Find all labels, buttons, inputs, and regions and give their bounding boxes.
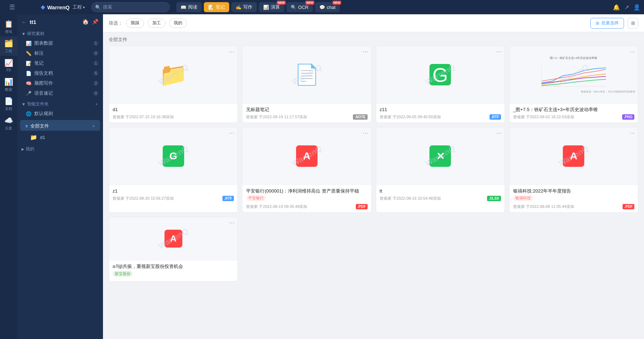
sidebar-item-data[interactable]: 📊 数据 [0, 75, 17, 94]
badge-iron-chart: .PNG [622, 114, 634, 120]
rtf-icon-z11: G [429, 64, 451, 85]
nav-chat[interactable]: 💬 chat NEW [315, 2, 340, 12]
card-info-pingan: 平安银行(000001)：净利润维持高位 资产质量保持平稳 平安银行 曾俊家 于… [242, 185, 371, 212]
card-footer-d1: 曾俊家 于2022-07-15 19:16:38添加 [113, 114, 234, 120]
nav-writing[interactable]: ✍️ 写作 [231, 2, 257, 12]
file-card-pingan[interactable]: WarrenQ A ⋯ 平安银行(000001)：净利润维持高位 资产质量保持平… [242, 127, 371, 213]
sidebar-item-f9[interactable]: 📈 F9 [0, 56, 17, 75]
project-selector[interactable]: 工程 ▾ [73, 4, 85, 10]
grid-view-button[interactable]: ⊞ [628, 18, 638, 29]
card-info-untitled: 无标题笔记 曾俊家 于2022-09-19 11:17:57添加 .NOTE [242, 103, 371, 123]
smart-folder-label: 智能文件夹 [27, 101, 49, 107]
card-info-z11: z11 曾俊家 于2022-09-05 09:40:50添加 .RTF [376, 103, 505, 123]
sidebar-item-doc[interactable]: 📄 文档 [0, 94, 17, 114]
app-name: WarrenQ [47, 4, 70, 10]
tree-item-voice-notes[interactable]: 🎤 语音速记 0 [17, 88, 103, 98]
all-files-header[interactable]: ▼ 全部文件 ＋ [20, 120, 100, 131]
card-menu-tt[interactable]: ⋯ [496, 130, 502, 136]
nav-calc[interactable]: 📊 演算 NEW [259, 2, 284, 12]
project-icon: 🗂️ [4, 39, 13, 48]
all-files-add-icon[interactable]: ＋ [91, 123, 96, 129]
card-meta-pingan: 曾俊家 于2022-08-19 09:35:49添加 [246, 204, 355, 209]
subfolder-d1[interactable]: 📁 d1 [17, 132, 103, 143]
tree-item-annotation[interactable]: ✏️ 标注 0 [17, 48, 103, 58]
card-menu-untitled[interactable]: ⋯ [363, 49, 368, 55]
hamburger-icon[interactable]: ☰ [9, 3, 15, 11]
nav-notes[interactable]: 📝 笔记 [204, 2, 229, 12]
card-menu-z11[interactable]: ⋯ [496, 49, 502, 55]
file-card-xinbao[interactable]: WarrenQ A ⋯ α与β共振，重视新宝股份投资机会 新宝股份 [109, 217, 238, 281]
file-card-yinse[interactable]: WarrenQ A ⋯ 银禧科技:2022年半年度报告 银禧科技 曾俊家 于20… [509, 127, 638, 213]
card-info-z1: z1 曾俊家 于2022-08-20 15:56:27添加 .RTF [109, 185, 237, 204]
my-section-arrow-icon: ▶ [21, 147, 24, 151]
app-logo: ◆ WarrenQ [41, 4, 70, 10]
file-card-iron-chart[interactable]: WarrenQ 图7.5：铁矿石主连+3年历史波动率锥 [509, 46, 638, 123]
notes-tree-label: 笔记 [34, 60, 90, 66]
ocr-label: OCR [298, 5, 309, 10]
annotation-label: 标注 [34, 50, 90, 56]
smart-folder-arrow-icon: ▼ [21, 102, 26, 107]
card-menu-z1[interactable]: ⋯ [229, 130, 235, 136]
notification-icon[interactable]: 🔔 [613, 4, 620, 11]
grid-row-1: WarrenQ 📁 ⋯ d1 曾俊家 于2022-07-15 19:16:38添… [109, 46, 638, 123]
mindmap-label: 脑图写作 [34, 80, 90, 86]
sidebar-item-cloud[interactable]: ☁️ 云盘 [0, 114, 17, 133]
notes-tree-icon: 📝 [26, 61, 31, 66]
nav-reading[interactable]: 📖 阅读 [176, 2, 202, 12]
smart-folder-add-icon[interactable]: ＋ [94, 101, 99, 107]
report-doc-count: 5 [93, 71, 99, 76]
file-card-z11[interactable]: WarrenQ G ⋯ z11 曾俊家 于2022-09-05 09:40:50… [376, 46, 505, 123]
nav-ocr[interactable]: 🔍 OCR NEW [286, 2, 313, 12]
cloud-icon: ☁️ [4, 116, 13, 125]
batch-select-button[interactable]: ⊞ 批量选择 [590, 18, 624, 29]
pin-icon[interactable]: 📌 [92, 19, 99, 25]
back-icon[interactable]: ← [21, 19, 27, 25]
card-footer-pingan: 曾俊家 于2022-08-19 09:35:49添加 .PDF [246, 204, 367, 209]
tree-item-chart-data[interactable]: 📊 图表数据 1 [17, 38, 103, 48]
tree-item-default-rule[interactable]: 🌐 默认规则 [17, 109, 103, 119]
card-menu-d1[interactable]: ⋯ [229, 49, 235, 55]
ocr-new-badge: NEW [305, 1, 314, 5]
search-bar[interactable]: 🔍 搜索 [91, 2, 170, 12]
sidebar-item-project[interactable]: 🗂️ 工程 [0, 36, 17, 56]
calc-icon: 📊 [263, 5, 269, 10]
card-menu-iron-chart[interactable]: ⋯ [629, 49, 635, 55]
top-nav: 📖 阅读 📝 笔记 ✍️ 写作 📊 演算 NEW 🔍 OCR NEW 💬 cha… [176, 2, 340, 12]
doc-label: 文档 [5, 106, 12, 111]
search-placeholder: 搜索 [103, 4, 112, 10]
filter-process[interactable]: 加工 [148, 19, 166, 28]
card-menu-pingan[interactable]: ⋯ [363, 130, 368, 136]
batch-select-icon: ⊞ [596, 21, 599, 26]
card-menu-xinbao[interactable]: ⋯ [229, 220, 235, 226]
card-preview-z11: WarrenQ G [376, 46, 505, 103]
smart-folder-header[interactable]: ▼ 智能文件夹 ＋ [17, 98, 103, 109]
home-icon[interactable]: 🏠 [82, 19, 89, 25]
sidebar-item-resources[interactable]: 📋 资讯 [0, 17, 17, 36]
all-files-label: 全部文件 [30, 123, 91, 129]
research-label: 研究素材 [27, 31, 44, 37]
filter-mine[interactable]: 我的 [169, 19, 187, 28]
file-card-untitled[interactable]: WarrenQ 📄 ⋯ 无标题笔记 曾俊家 于2022-09-19 11:17:… [242, 46, 371, 123]
share-icon[interactable]: ↗ [624, 4, 629, 11]
notes-label: 笔记 [216, 4, 225, 10]
file-card-tt[interactable]: WarrenQ ✕ ⋯ tt 曾俊家 于2022-08-16 10:54:48添… [376, 127, 505, 213]
left-panel: ← tt1 🏠 📌 ▼ 研究素材 📊 图表数据 1 ✏️ 标注 0 [17, 14, 103, 339]
pdf-icon-pingan: A [296, 145, 318, 167]
card-menu-yinse[interactable]: ⋯ [629, 130, 635, 136]
card-title-iron-chart: _图+7.5：铁矿石主连+3+年历史波动率锥 [513, 106, 634, 113]
reading-label: 阅读 [188, 4, 197, 10]
badge-z1: .RTF [222, 196, 234, 201]
file-card-z1[interactable]: WarrenQ G ⋯ z1 曾俊家 于2022-08-20 15:56:27添… [109, 127, 238, 213]
my-section[interactable]: ▶ 我的 [17, 143, 103, 154]
tree-item-mindmap[interactable]: 🧠 脑图写作 2 [17, 78, 103, 88]
file-card-d1[interactable]: WarrenQ 📁 ⋯ d1 曾俊家 于2022-07-15 19:16:38添… [109, 46, 238, 123]
tree-item-notes[interactable]: 📝 笔记 1 [17, 58, 103, 68]
research-section-header[interactable]: ▼ 研究素材 [17, 28, 103, 38]
badge-z11: .RTF [490, 114, 501, 120]
tree-item-report-doc[interactable]: 📄 报告文档 5 [17, 68, 103, 78]
filter-limit[interactable]: 限踩 [126, 19, 144, 28]
user-icon[interactable]: 👤 [633, 4, 640, 11]
mindmap-icon: 🧠 [26, 81, 31, 86]
card-preview-tt: WarrenQ ✕ [376, 128, 505, 185]
report-doc-label: 报告文档 [34, 70, 90, 76]
